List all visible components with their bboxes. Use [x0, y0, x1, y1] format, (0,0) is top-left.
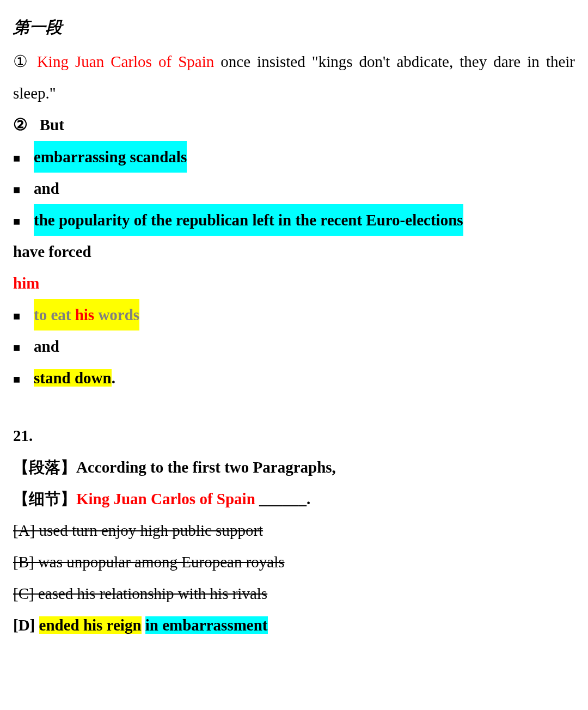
- phrase-stand-down: stand down: [34, 369, 112, 387]
- bullet-5: ■ and: [13, 330, 575, 362]
- square-bullet-icon: ■: [13, 304, 27, 328]
- option-d-space: [142, 616, 145, 634]
- option-d: [D] ended his reign in embarrassment: [13, 609, 575, 641]
- question-detail-subject: King Juan Carlos of Spain: [76, 490, 255, 507]
- option-a: [A] used turn enjoy high public support: [13, 515, 575, 546]
- option-d-part1: ended his reign: [39, 616, 142, 634]
- eat-post: words: [94, 306, 139, 323]
- square-bullet-icon: ■: [13, 210, 27, 234]
- bullet-3: ■ the popularity of the republican left …: [13, 204, 575, 236]
- square-bullet-icon: ■: [13, 146, 27, 170]
- phrase-scandals: embarrassing scandals: [34, 141, 187, 173]
- question-para-line: 【段落】According to the first two Paragraph…: [13, 451, 575, 483]
- circled-number-2: ②: [13, 115, 28, 133]
- phrase-have-forced: have forced: [13, 236, 575, 267]
- bullet-6: ■ stand down.: [13, 362, 575, 394]
- eat-his: his: [75, 306, 94, 323]
- tag-paragraph: 【段落】: [13, 458, 76, 476]
- bullet-1: ■ embarrassing scandals: [13, 141, 575, 173]
- option-c: [C] eased his relationship with his riva…: [13, 578, 575, 609]
- square-bullet-icon: ■: [13, 178, 27, 202]
- word-but: But: [40, 116, 64, 133]
- tag-detail: 【细节】: [13, 490, 76, 507]
- phrase-eat-words: to eat his words: [34, 299, 139, 330]
- phrase-popularity: the popularity of the republican left in…: [34, 204, 463, 236]
- section-heading: 第一段: [13, 11, 575, 44]
- period: .: [112, 369, 115, 387]
- bullet-4: ■ to eat his words: [13, 299, 575, 330]
- square-bullet-icon: ■: [13, 368, 27, 391]
- bullet-2: ■ and: [13, 173, 575, 204]
- option-b: [B] was unpopular among European royals: [13, 546, 575, 578]
- question-block: 21. 【段落】According to the first two Parag…: [13, 420, 575, 641]
- eat-pre: to eat: [34, 306, 75, 323]
- blank-line: ______.: [255, 490, 311, 507]
- question-para-text: According to the first two Paragraphs,: [76, 458, 336, 476]
- question-detail-line: 【细节】King Juan Carlos of Spain ______.: [13, 483, 575, 515]
- word-him: him: [13, 267, 575, 299]
- word-and-1: and: [34, 173, 59, 204]
- sentence-2-lead: ② But: [13, 108, 575, 141]
- circled-number-1: ①: [13, 52, 30, 70]
- option-d-part2: in embarrassment: [145, 616, 268, 634]
- question-number: 21.: [13, 420, 575, 451]
- subject-red: King Juan Carlos of Spain: [37, 53, 214, 70]
- option-d-label: [D]: [13, 616, 39, 634]
- word-and-2: and: [34, 330, 59, 362]
- square-bullet-icon: ■: [13, 336, 27, 360]
- sentence-1: ① King Juan Carlos of Spain once insiste…: [13, 46, 575, 108]
